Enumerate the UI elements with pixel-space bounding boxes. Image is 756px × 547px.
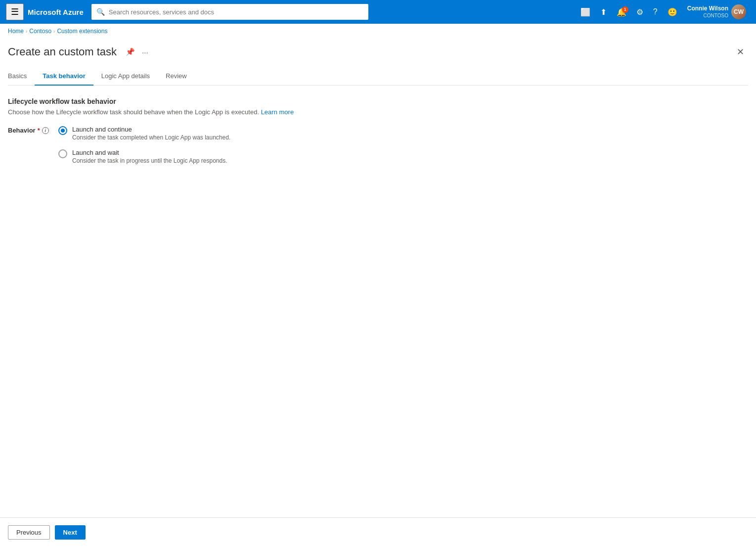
radio-option-launch-continue[interactable]: Launch and continue Consider the task co… xyxy=(58,126,230,141)
breadcrumb-sep-2: › xyxy=(53,29,55,34)
behavior-radio-group: Launch and continue Consider the task co… xyxy=(58,126,230,164)
avatar: CW xyxy=(731,4,746,19)
page-header-icons: 📌 ··· xyxy=(124,46,150,58)
hamburger-button[interactable]: ☰ xyxy=(6,3,24,20)
gear-icon: ⚙ xyxy=(636,7,643,17)
breadcrumb-sep-1: › xyxy=(26,29,27,34)
user-menu[interactable]: Connie Wilson CONTOSO CW xyxy=(683,2,750,21)
breadcrumb-home[interactable]: Home xyxy=(8,28,24,35)
breadcrumb-custom-extensions[interactable]: Custom extensions xyxy=(57,28,107,35)
learn-more-link[interactable]: Learn more xyxy=(261,108,294,116)
user-org: CONTOSO xyxy=(687,12,728,19)
user-name: Connie Wilson xyxy=(687,5,728,13)
portal-feedback-icon: ⬆ xyxy=(600,7,607,17)
more-options-icon[interactable]: ··· xyxy=(140,46,150,58)
pin-icon[interactable]: 📌 xyxy=(124,46,137,58)
section-title: Lifecycle workflow task behavior xyxy=(8,97,748,105)
page-title: Create an custom task xyxy=(8,46,117,58)
help-icon: ? xyxy=(653,7,658,16)
section-desc: Choose how the Lifecycle workflow task s… xyxy=(8,108,748,116)
close-button[interactable]: ✕ xyxy=(733,45,748,59)
azure-logo: Microsoft Azure xyxy=(28,8,84,16)
page-header: Create an custom task 📌 ··· ✕ xyxy=(8,39,748,59)
user-info: Connie Wilson CONTOSO xyxy=(687,5,728,19)
radio-option-launch-wait[interactable]: Launch and wait Consider the task in pro… xyxy=(58,149,230,164)
required-marker: * xyxy=(38,127,40,134)
help-button[interactable]: ? xyxy=(649,4,662,19)
topbar-actions: ⬜ ⬆ 🔔 1 ⚙ ? 🙂 Connie Wilson CONTOSO CW xyxy=(577,2,750,21)
tab-logic-app-details[interactable]: Logic App details xyxy=(93,67,158,86)
tabs: Basics Task behavior Logic App details R… xyxy=(8,67,748,86)
search-box: 🔍 xyxy=(91,4,368,20)
search-input[interactable] xyxy=(109,8,363,16)
notification-badge: 1 xyxy=(622,6,628,13)
topbar: ☰ Microsoft Azure 🔍 ⬜ ⬆ 🔔 1 ⚙ ? 🙂 Connie… xyxy=(0,0,756,24)
search-icon: 🔍 xyxy=(96,8,105,16)
info-icon[interactable]: i xyxy=(42,127,49,134)
radio-desc-launch-continue: Consider the task completed when Logic A… xyxy=(72,134,230,141)
feedback-portal-button[interactable]: ⬆ xyxy=(596,4,611,20)
cloud-shell-icon: ⬜ xyxy=(580,7,590,17)
tab-review[interactable]: Review xyxy=(158,67,195,86)
behavior-label: Behavior * i xyxy=(8,126,52,134)
feedback-button[interactable]: 🙂 xyxy=(664,4,681,20)
radio-input-launch-wait[interactable] xyxy=(58,149,67,158)
radio-label-launch-continue: Launch and continue xyxy=(72,126,230,133)
radio-label-group-launch-continue: Launch and continue Consider the task co… xyxy=(72,126,230,141)
radio-input-launch-continue[interactable] xyxy=(58,126,67,135)
tab-task-behavior[interactable]: Task behavior xyxy=(35,67,93,86)
radio-desc-launch-wait: Consider the task in progress until the … xyxy=(72,157,227,164)
settings-button[interactable]: ⚙ xyxy=(632,4,647,20)
behavior-label-text: Behavior xyxy=(8,127,36,134)
radio-label-launch-wait: Launch and wait xyxy=(72,149,227,156)
main-content: Create an custom task 📌 ··· ✕ Basics Tas… xyxy=(0,39,756,208)
breadcrumb: Home › Contoso › Custom extensions xyxy=(0,24,756,39)
hamburger-icon: ☰ xyxy=(11,7,19,17)
notifications-button[interactable]: 🔔 1 xyxy=(613,4,630,20)
tab-basics[interactable]: Basics xyxy=(8,67,35,86)
section-desc-text: Choose how the Lifecycle workflow task s… xyxy=(8,108,261,116)
radio-label-group-launch-wait: Launch and wait Consider the task in pro… xyxy=(72,149,227,164)
smiley-icon: 🙂 xyxy=(667,7,677,17)
behavior-form-row: Behavior * i Launch and continue Conside… xyxy=(8,126,748,164)
breadcrumb-contoso[interactable]: Contoso xyxy=(29,28,51,35)
cloud-shell-button[interactable]: ⬜ xyxy=(577,4,594,20)
